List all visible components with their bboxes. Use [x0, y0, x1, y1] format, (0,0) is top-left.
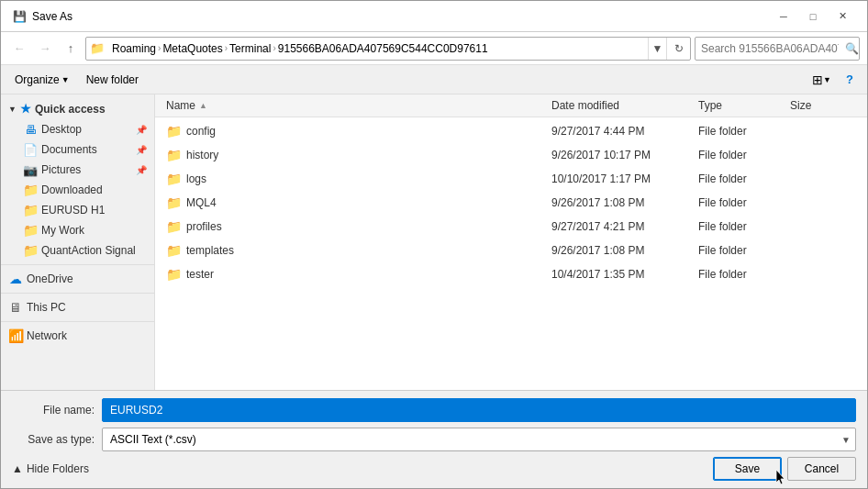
- view-button[interactable]: ⊞ ▼: [807, 70, 836, 90]
- table-row[interactable]: 📁 logs 10/10/2017 1:17 PM File folder: [155, 167, 867, 191]
- breadcrumb[interactable]: Roaming › MetaQuotes › Terminal › 915566…: [108, 42, 648, 55]
- address-dropdown-button[interactable]: ▼: [648, 38, 666, 60]
- pin-icon-pictures: 📌: [136, 165, 147, 175]
- dialog: 💾 Save As ─ □ ✕ ← → ↑ 📁 Roaming › MetaQu…: [0, 0, 868, 489]
- table-row[interactable]: 📁 MQL4 9/26/2017 1:08 PM File folder: [155, 191, 867, 215]
- forward-button[interactable]: →: [34, 38, 56, 60]
- file-list-header: Name ▲ Date modified Type Size: [155, 94, 867, 117]
- file-cell-date: 9/27/2017 4:21 PM: [548, 217, 695, 236]
- sidebar-quantaction-label: QuantAction Signal: [41, 244, 136, 257]
- sidebar-item-eurusd[interactable]: 📁 EURUSD H1: [1, 200, 154, 220]
- col-header-name[interactable]: Name ▲: [162, 96, 548, 115]
- file-cell-name: 📁 MQL4: [162, 193, 548, 213]
- savetype-select[interactable]: ASCII Text (*.csv) CSV (Comma delimited)…: [102, 428, 856, 451]
- downloaded-folder-icon: 📁: [23, 183, 38, 197]
- file-cell-type: File folder: [695, 146, 786, 164]
- address-refresh-button[interactable]: ↻: [666, 38, 690, 60]
- sort-arrow-icon: ▲: [199, 101, 207, 110]
- col-header-type[interactable]: Type: [695, 96, 786, 115]
- file-cell-type: File folder: [695, 170, 786, 188]
- filename-label: File name:: [12, 404, 95, 417]
- network-icon: 📶: [8, 328, 23, 343]
- organize-arrow-icon: ▼: [61, 75, 70, 84]
- filename-input[interactable]: [102, 398, 856, 422]
- file-cell-size: [786, 248, 860, 253]
- col-header-size[interactable]: Size: [786, 96, 860, 115]
- col-size-label: Size: [790, 99, 811, 112]
- up-button[interactable]: ↑: [60, 38, 82, 60]
- sidebar-item-downloaded[interactable]: 📁 Downloaded: [1, 180, 154, 200]
- back-button[interactable]: ←: [8, 38, 30, 60]
- table-row[interactable]: 📁 tester 10/4/2017 1:35 PM File folder: [155, 262, 867, 286]
- sidebar-item-documents[interactable]: 📄 Documents 📌: [1, 139, 154, 160]
- sidebar-eurusd-label: EURUSD H1: [41, 204, 105, 217]
- address-folder-icon: 📁: [86, 41, 108, 55]
- file-cell-name: 📁 config: [162, 121, 548, 141]
- maximize-button[interactable]: □: [799, 7, 827, 26]
- table-row[interactable]: 📁 history 9/26/2017 10:17 PM File folder: [155, 143, 867, 167]
- sidebar-item-pictures[interactable]: 📷 Pictures 📌: [1, 160, 154, 180]
- desktop-icon: 🖶: [23, 122, 38, 137]
- table-row[interactable]: 📁 config 9/27/2017 4:44 PM File folder: [155, 119, 867, 143]
- file-cell-date: 9/26/2017 10:17 PM: [548, 146, 695, 164]
- save-button[interactable]: Save: [713, 457, 782, 481]
- organize-label: Organize: [15, 73, 60, 86]
- table-row[interactable]: 📁 profiles 9/27/2017 4:21 PM File folder: [155, 215, 867, 239]
- sidebar-divider-2: [1, 293, 154, 294]
- file-name: MQL4: [186, 196, 217, 209]
- save-button-wrapper: Save: [713, 457, 782, 481]
- organize-button[interactable]: Organize ▼: [8, 71, 76, 89]
- breadcrumb-terminal[interactable]: Terminal: [229, 42, 271, 55]
- file-cell-size: [786, 272, 860, 277]
- sidebar-thispc-label: This PC: [27, 301, 66, 314]
- star-icon: ★: [20, 102, 31, 116]
- close-button[interactable]: ✕: [829, 7, 856, 26]
- col-type-label: Type: [698, 99, 722, 112]
- sidebar-item-onedrive[interactable]: ☁ OneDrive: [1, 269, 154, 289]
- breadcrumb-roaming[interactable]: Roaming: [112, 42, 156, 55]
- sidebar-item-quantaction[interactable]: 📁 QuantAction Signal: [1, 240, 154, 261]
- breadcrumb-guid[interactable]: 915566BA06ADA407569C544CC0D97611: [278, 42, 488, 55]
- help-button[interactable]: ?: [840, 70, 860, 90]
- cancel-button[interactable]: Cancel: [787, 457, 856, 481]
- savetype-row: Save as type: ASCII Text (*.csv) CSV (Co…: [12, 428, 856, 451]
- sidebar-item-network[interactable]: 📶 Network: [1, 326, 154, 346]
- title-controls: ─ □ ✕: [770, 7, 856, 26]
- bottom-form: File name: Save as type: ASCII Text (*.c…: [1, 390, 867, 488]
- file-cell-type: File folder: [695, 265, 786, 283]
- search-input[interactable]: [696, 42, 844, 55]
- sidebar-item-desktop[interactable]: 🖶 Desktop 📌: [1, 119, 154, 139]
- sidebar-divider-3: [1, 321, 154, 322]
- file-cell-name: 📁 tester: [162, 264, 548, 284]
- onedrive-icon: ☁: [8, 272, 23, 286]
- title-text: Save As: [32, 10, 72, 23]
- col-name-label: Name: [166, 99, 195, 112]
- sidebar-item-mywork[interactable]: 📁 My Work: [1, 220, 154, 240]
- sidebar-item-thispc[interactable]: 🖥 This PC: [1, 297, 154, 317]
- breadcrumb-metaquotes[interactable]: MetaQuotes: [162, 42, 222, 55]
- address-bar: 📁 Roaming › MetaQuotes › Terminal › 9155…: [85, 37, 691, 61]
- savetype-select-wrap: ASCII Text (*.csv) CSV (Comma delimited)…: [102, 428, 856, 451]
- file-cell-name: 📁 profiles: [162, 217, 548, 237]
- file-folder-icon: 📁: [166, 148, 181, 162]
- hide-folders-label: Hide Folders: [27, 462, 89, 475]
- file-folder-icon: 📁: [166, 243, 181, 258]
- table-row[interactable]: 📁 templates 9/26/2017 1:08 PM File folde…: [155, 239, 867, 262]
- col-header-date[interactable]: Date modified: [548, 96, 695, 115]
- hide-folders-button[interactable]: ▲ Hide Folders: [12, 462, 89, 475]
- file-cell-size: [786, 224, 860, 229]
- quick-access-chevron-icon: ▼: [8, 105, 17, 114]
- file-cell-type: File folder: [695, 217, 786, 236]
- sidebar-documents-label: Documents: [41, 143, 97, 156]
- new-folder-button[interactable]: New folder: [80, 71, 145, 89]
- file-name: logs: [186, 172, 206, 185]
- file-cell-type: File folder: [695, 194, 786, 212]
- sidebar-mywork-label: My Work: [41, 224, 84, 237]
- file-cell-type: File folder: [695, 241, 786, 260]
- navigation-toolbar: ← → ↑ 📁 Roaming › MetaQuotes › Terminal …: [1, 32, 867, 65]
- search-button[interactable]: 🔍: [844, 38, 859, 60]
- file-cell-name: 📁 templates: [162, 240, 548, 261]
- quick-access-header[interactable]: ▼ ★ Quick access: [1, 98, 154, 119]
- minimize-button[interactable]: ─: [770, 7, 797, 26]
- toolbar2-right: ⊞ ▼ ?: [807, 70, 860, 90]
